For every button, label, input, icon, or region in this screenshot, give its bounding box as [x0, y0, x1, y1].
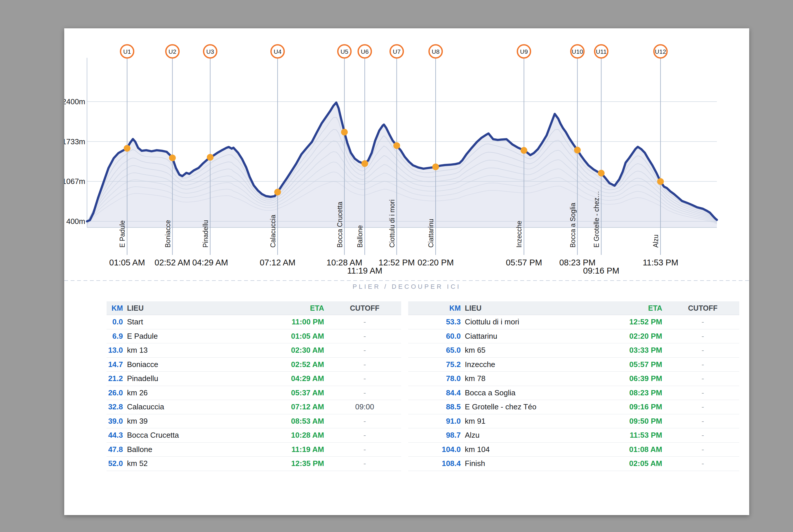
eta-cell: 03:33 PM [618, 346, 662, 355]
waypoint-dot [598, 170, 605, 176]
waypoint-name-label: Bocca Crucetta [336, 202, 344, 248]
km-cell: 47.8 [107, 445, 123, 454]
eta-cell: 05:37 AM [280, 388, 324, 397]
waypoint-badge-label: U11 [596, 48, 607, 55]
waypoint-badge-label: U6 [361, 48, 369, 55]
table-row: 44.3Bocca Crucetta10:28 AM- [107, 428, 401, 443]
cutoff-cell: 09:00 [328, 402, 401, 412]
table-row: 6.9E Padule01:05 AM- [107, 329, 401, 344]
lieu-cell: Calacuccia [127, 402, 276, 412]
waypoint-name-label: Calacuccia [269, 215, 277, 248]
waypoint-dot [657, 178, 664, 185]
km-cell: 13.0 [107, 346, 123, 355]
km-cell: 44.3 [107, 431, 123, 440]
table-row: 13.0km 1302:30 AM- [107, 343, 401, 358]
km-cell: 6.9 [107, 332, 123, 341]
lieu-cell: km 26 [127, 388, 276, 397]
lieu-cell: Alzu [465, 431, 614, 440]
cutoff-cell: - [328, 317, 401, 326]
cutoff-cell: - [328, 388, 401, 397]
lieu-cell: km 52 [127, 459, 276, 468]
eta-cell: 09:16 PM [618, 402, 662, 412]
table-row: 98.7Alzu11:53 PM- [408, 428, 739, 443]
cutoff-cell: - [666, 459, 739, 468]
cutoff-cell: - [328, 431, 401, 440]
eta-cell: 01:05 AM [280, 332, 324, 341]
page-background: { "page": { "background": "#9b9b9b", "ca… [0, 0, 793, 532]
lieu-cell: km 104 [465, 445, 614, 454]
header-eta: ETA [618, 304, 662, 312]
waypoint-eta-label: 11:53 PM [643, 258, 678, 267]
eta-cell: 11:00 PM [280, 317, 324, 326]
eta-cell: 02:52 AM [280, 360, 324, 369]
cutoff-cell: - [666, 317, 739, 326]
cut-line-label: PLIER / DECOUPER ICI [64, 283, 749, 290]
km-cell: 98.7 [408, 431, 461, 440]
table-row: 0.0Start11:00 PM- [107, 315, 401, 329]
cutoff-cell: - [328, 374, 401, 383]
cutoff-cell: - [666, 445, 739, 454]
table-header-row: KMLIEUETACUTOFF [408, 301, 739, 315]
waypoint-badge-label: U10 [572, 48, 583, 55]
waypoint-badge-label: U8 [432, 48, 440, 55]
cutoff-cell: - [328, 360, 401, 369]
header-km: KM [107, 304, 123, 312]
cutoff-cell: - [328, 346, 401, 355]
lieu-cell: km 91 [465, 417, 614, 426]
km-cell: 84.4 [408, 388, 461, 397]
cutoff-cell: - [666, 360, 739, 369]
y-axis-tick-label: 1067m [64, 177, 85, 186]
elevation-area-fill [87, 102, 717, 227]
lieu-cell: Ciottulu di i mori [465, 317, 614, 326]
table-row: 78.0km 7806:39 PM- [408, 372, 739, 386]
waypoint-dot [169, 154, 176, 161]
waypoint-name-label: E Padule [118, 221, 126, 248]
waypoint-badge-label: U4 [274, 48, 282, 55]
waypoint-name-label: Alzu [652, 234, 660, 248]
lieu-cell: Finish [465, 459, 614, 468]
table-row: 47.8Ballone11:19 AM- [107, 443, 401, 457]
eta-cell: 11:19 AM [280, 445, 324, 454]
lieu-cell: Ballone [127, 445, 276, 454]
waypoint-name-label: Ciottulu di i mori [388, 200, 396, 248]
table-row: 60.0Ciattarinu02:20 PM- [408, 329, 739, 344]
header-lieu: LIEU [127, 304, 276, 312]
eta-cell: 09:50 PM [618, 417, 662, 426]
header-lieu: LIEU [465, 304, 614, 312]
lieu-cell: E Grotelle - chez Téo [465, 402, 614, 412]
waypoint-eta-label: 09:16 PM [583, 266, 619, 276]
lieu-cell: km 65 [465, 346, 614, 355]
eta-cell: 02:30 AM [280, 346, 324, 355]
cutoff-cell: - [328, 332, 401, 341]
km-cell: 104.0 [408, 445, 461, 454]
cutoff-cell: - [666, 417, 739, 426]
table-row: 39.0km 3908:53 AM- [107, 414, 401, 429]
cutoff-cell: - [666, 332, 739, 341]
table-row: 65.0km 6503:33 PM- [408, 343, 739, 358]
waypoint-badge-label: U5 [341, 48, 348, 55]
waypoint-eta-label: 05:57 PM [506, 258, 542, 267]
eta-cell: 12:35 PM [280, 459, 324, 468]
table-row: 91.0km 9109:50 PM- [408, 414, 739, 429]
eta-cell: 08:23 PM [618, 388, 662, 397]
waypoint-dot [207, 154, 213, 160]
km-cell: 53.3 [408, 317, 461, 326]
eta-cell: 08:53 AM [280, 417, 324, 426]
table-row: 75.2Inzecche05:57 PM- [408, 358, 739, 372]
lieu-cell: km 39 [127, 417, 276, 426]
waypoint-dot [274, 189, 281, 195]
waypoint-name-label: Boniacce [164, 220, 172, 248]
km-cell: 88.5 [408, 402, 461, 412]
lieu-cell: Ciattarinu [465, 332, 614, 341]
eta-cell: 01:08 AM [618, 445, 662, 454]
table-row: 26.0km 2605:37 AM- [107, 386, 401, 400]
eta-cell: 06:39 PM [618, 374, 662, 383]
waypoint-eta-label: 01:05 AM [109, 258, 145, 267]
km-cell: 0.0 [107, 317, 123, 326]
waypoint-eta-label: 04:29 AM [192, 258, 228, 267]
waypoint-eta-label: 12:52 PM [379, 258, 415, 267]
table-row: 21.2Pinadellu04:29 AM- [107, 372, 401, 386]
waypoint-dot [521, 147, 527, 154]
cutoff-cell: - [666, 431, 739, 440]
km-cell: 91.0 [408, 417, 461, 426]
